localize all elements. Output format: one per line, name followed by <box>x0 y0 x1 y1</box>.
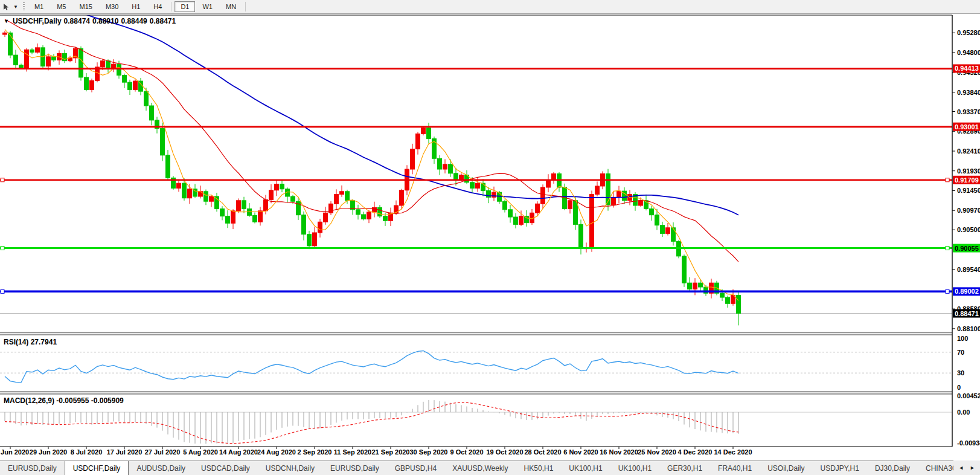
price-chart-canvas[interactable]: 0.952800.948000.943200.938400.933700.928… <box>0 0 980 460</box>
tab-scroll-arrows: ◄ ► <box>953 460 980 475</box>
chart-tab-usdchf-daily[interactable]: USDCHF,Daily <box>65 460 129 475</box>
rsi-indicator-label: RSI(14) 27.7941 <box>4 338 57 346</box>
current-price-label: 0.88471 <box>955 310 979 317</box>
x-axis-label: 9 Oct 2020 <box>450 448 483 456</box>
rsi-line <box>5 351 738 383</box>
chart-tab-uk100-h1[interactable]: UK100,H1 <box>561 461 610 475</box>
ohlc-high: 0.88910 <box>92 17 118 25</box>
mt4-window: ▼ M1 M5 M15 M30 H1 H4 D1 W1 MN 0.952800.… <box>0 0 980 475</box>
macd-axis-label: 0.00 <box>957 409 970 416</box>
chart-title: ▼USDCHF,Daily0.884740.889100.884490.8847… <box>4 17 178 25</box>
chart-tab-usdjpy-h1[interactable]: USDJPY,H1 <box>812 461 866 475</box>
timeframe-button-w1[interactable]: W1 <box>196 1 219 12</box>
macd-axis-label: 0.004527 <box>957 392 980 399</box>
chart-tab-hk50-h1[interactable]: HK50,H1 <box>516 461 562 475</box>
y-axis-label: 0.94800 <box>957 49 980 56</box>
chart-tab-uk100-h1[interactable]: UK100,H1 <box>610 461 659 475</box>
rsi-axis-label: 0 <box>957 384 961 391</box>
timeframe-button-mn[interactable]: MN <box>220 1 242 12</box>
timeframe-button-h1[interactable]: H1 <box>126 1 146 12</box>
y-axis-label: 0.89540 <box>957 266 980 273</box>
chart-tab-ger30-h1[interactable]: GER30,H1 <box>659 461 710 475</box>
x-axis-label: 29 Jun 2020 <box>30 448 67 456</box>
x-axis-label: 17 Jul 2020 <box>107 448 143 456</box>
y-axis-label: 0.93370 <box>957 108 980 115</box>
timeframe-button-d1[interactable]: D1 <box>175 1 195 12</box>
x-axis-label: 4 Dec 2020 <box>678 448 713 456</box>
x-axis-label: 25 Nov 2020 <box>638 448 676 456</box>
x-axis-label: 16 Nov 2020 <box>600 448 638 456</box>
price-tag-label: 0.89002 <box>955 288 979 295</box>
tab-scroll-left-icon[interactable]: ◄ <box>955 464 967 472</box>
chart-symbol: USDCHF,Daily <box>13 17 62 25</box>
moving-averages-layer <box>5 0 738 300</box>
y-axis-label: 0.91930 <box>957 167 980 175</box>
timeframe-button-m30[interactable]: M30 <box>100 1 124 12</box>
line-handle[interactable] <box>946 247 949 250</box>
price-tag-label: 0.90055 <box>955 245 979 252</box>
chart-tab-fra40-h1[interactable]: FRA40,H1 <box>710 461 760 475</box>
ohlc-low: 0.88449 <box>121 17 147 25</box>
x-axis-label: 27 Jul 2020 <box>145 448 181 456</box>
y-axis-label: 0.92410 <box>957 147 980 155</box>
macd-axis-label: -0.009348 <box>957 439 980 447</box>
chart-tab-bar: EURUSD,DailyUSDCHF,DailyAUDUSD,DailyUSDC… <box>0 460 980 475</box>
chart-tab-eurusd-daily[interactable]: EURUSD,Daily <box>322 461 387 475</box>
tab-scroll-right-icon[interactable]: ► <box>967 464 978 472</box>
x-axis-label: 21 Sep 2020 <box>372 448 410 456</box>
ohlc-close: 0.88471 <box>150 17 176 25</box>
chart-tab-usdcad-daily[interactable]: USDCAD,Daily <box>193 461 258 475</box>
x-axis-label: 19 Jun 2020 <box>0 448 29 456</box>
macd-indicator-label: MACD(12,26,9) -0.005955 -0.005909 <box>4 396 124 405</box>
x-axis-label: 19 Oct 2020 <box>486 448 523 456</box>
line-handle[interactable] <box>1 178 4 182</box>
macd-signal-line <box>5 402 738 444</box>
x-axis-label: 14 Dec 2020 <box>714 448 752 456</box>
line-handle[interactable] <box>1 247 4 250</box>
candles-layer <box>3 31 741 326</box>
chart-tab-audusd-daily[interactable]: AUDUSD,Daily <box>129 461 193 475</box>
x-axis-label: 2 Sep 2020 <box>298 448 332 456</box>
toolbar-separator <box>171 2 171 11</box>
y-axis-label: 0.91450 <box>957 187 980 194</box>
price-tag-label: 0.91709 <box>955 176 979 184</box>
chart-tab-eurusd-daily[interactable]: EURUSD,Daily <box>0 461 65 475</box>
x-axis-label: 5 Aug 2020 <box>183 448 218 456</box>
timeframe-button-m1[interactable]: M1 <box>28 1 50 12</box>
collapse-icon[interactable]: ▼ <box>4 18 9 24</box>
line-handle[interactable] <box>1 289 4 293</box>
timeframe-button-m15[interactable]: M15 <box>73 1 98 12</box>
x-axis-label: 8 Jul 2020 <box>71 448 103 456</box>
line-handle[interactable] <box>946 178 949 182</box>
x-axis-label: 28 Oct 2020 <box>524 448 561 456</box>
rsi-axis-label: 100 <box>957 335 968 342</box>
line-handle[interactable] <box>946 289 949 293</box>
chart-tab-dj30-daily[interactable]: DJ30,Daily <box>867 461 918 475</box>
toolbar-separator <box>245 2 246 11</box>
panel-splitter[interactable] <box>0 332 952 335</box>
price-tag-label: 0.94413 <box>955 65 979 72</box>
chart-tab-usoil-daily[interactable]: USOil,Daily <box>760 461 812 475</box>
cursor-pointer-icon <box>2 3 10 11</box>
chart-tab-gbpusd-h4[interactable]: GBPUSD,H4 <box>387 461 444 475</box>
rsi-axis-label: 70 <box>957 349 964 356</box>
y-axis-label: 0.95280 <box>957 29 980 36</box>
x-axis-label: 24 Aug 2020 <box>257 448 296 456</box>
ohlc-open: 0.88474 <box>64 17 90 25</box>
panel-splitter[interactable] <box>0 392 952 394</box>
timeframe-button-h4[interactable]: H4 <box>147 1 168 12</box>
x-axis-label: 6 Nov 2020 <box>563 448 598 456</box>
macd-histogram <box>5 400 738 444</box>
timeframe-button-m5[interactable]: M5 <box>51 1 72 12</box>
x-axis-label: 30 Sep 2020 <box>410 448 448 456</box>
y-axis-label: 0.88100 <box>957 325 980 332</box>
y-axis-label: 0.93840 <box>957 89 980 96</box>
chart-tab-xauusd-weekly[interactable]: XAUUSD,Weekly <box>444 461 516 475</box>
cursor-tool-button[interactable]: ▼ <box>0 0 22 13</box>
chart-tab-usdcnh-daily[interactable]: USDCNH,Daily <box>258 461 322 475</box>
rsi-axis-label: 30 <box>957 369 964 376</box>
y-axis-label: 0.90970 <box>957 207 980 214</box>
chevron-down-icon: ▼ <box>13 4 18 10</box>
x-axis-label: 11 Sep 2020 <box>334 448 371 456</box>
timeframe-toolbar: ▼ M1 M5 M15 M30 H1 H4 D1 W1 MN <box>0 0 980 14</box>
